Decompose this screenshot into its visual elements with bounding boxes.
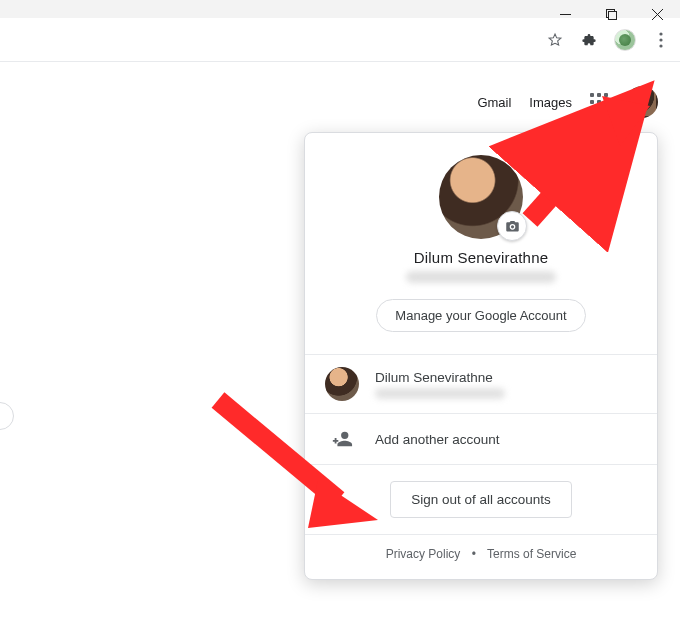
svg-point-6 [659,38,662,41]
manage-account-button[interactable]: Manage your Google Account [376,299,585,332]
dot-separator: • [472,547,476,561]
left-edge-circle [0,402,14,430]
add-account-icon-wrap [325,428,359,450]
browser-profile-button[interactable] [614,29,636,51]
svg-point-7 [659,44,662,47]
bookmark-button[interactable] [546,31,564,49]
account-email-blurred [406,271,556,283]
account-popover: Dilum Senevirathne Manage your Google Ac… [304,132,658,580]
account-footer: Privacy Policy • Terms of Service [305,535,657,571]
svg-rect-2 [608,11,616,19]
window-close-button[interactable] [634,0,680,28]
minimize-icon [560,9,571,20]
puzzle-icon [581,32,597,48]
secondary-account-email-blurred [375,388,505,399]
extensions-button[interactable] [580,31,598,49]
apps-button[interactable] [590,93,608,111]
account-display-name: Dilum Senevirathne [321,249,641,266]
browser-menu-button[interactable] [652,31,670,49]
add-account-row[interactable]: Add another account [305,414,657,464]
star-icon [547,32,563,48]
privacy-policy-link[interactable]: Privacy Policy [386,547,461,561]
window-minimize-button[interactable] [542,0,588,28]
secondary-account-row[interactable]: Dilum Senevirathne [305,355,657,413]
signout-wrap: Sign out of all accounts [305,465,657,534]
maximize-icon [606,9,617,20]
signout-all-button[interactable]: Sign out of all accounts [390,481,572,518]
terms-of-service-link[interactable]: Terms of Service [487,547,576,561]
window-titlebar [0,0,680,18]
add-account-label: Add another account [375,432,500,447]
account-header: Dilum Senevirathne Manage your Google Ac… [305,133,657,354]
secondary-account-name: Dilum Senevirathne [375,370,505,385]
camera-icon [505,219,520,234]
person-add-icon [331,428,353,450]
svg-point-5 [659,32,662,35]
grid-dot-icon [590,93,594,97]
kebab-icon [659,32,663,48]
change-photo-button[interactable] [497,211,527,241]
images-link[interactable]: Images [529,95,572,110]
account-avatar-button[interactable] [626,86,658,118]
window-controls [542,0,680,28]
secondary-account-text: Dilum Senevirathne [375,370,505,399]
google-nav: Gmail Images [477,86,658,118]
window-maximize-button[interactable] [588,0,634,28]
account-avatar-wrap [439,155,523,239]
gmail-link[interactable]: Gmail [477,95,511,110]
close-icon [652,9,663,20]
secondary-account-avatar [325,367,359,401]
